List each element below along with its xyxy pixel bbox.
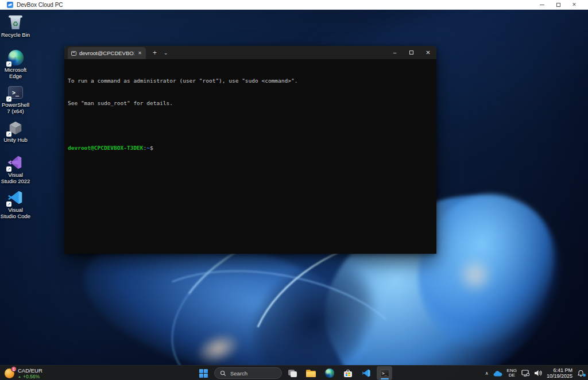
- system-tray: ∧ ENG DE: [485, 366, 585, 380]
- desktop-icon-label: Recycle Bin: [1, 32, 30, 38]
- up-arrow-icon: ▲: [18, 374, 21, 379]
- widget-notification-badge: 1: [11, 366, 17, 372]
- devbox-app-icon: [7, 2, 13, 8]
- notification-bell-icon[interactable]: [577, 370, 585, 377]
- hidden-icons-chevron[interactable]: ∧: [485, 371, 489, 376]
- microsoft-store-icon: [344, 370, 352, 377]
- taskbar-app-microsoft-store[interactable]: [340, 366, 355, 380]
- tab-close-icon[interactable]: ✕: [137, 51, 142, 56]
- connection-minimize-button[interactable]: [534, 0, 550, 10]
- desktop-icon-list: ♻ Recycle Bin ↗ Microsoft Edge >_ ↗ Powe…: [0, 14, 31, 224]
- prompt-user-host: devroot@CPCDEVBOX-T3DEK: [68, 145, 144, 151]
- desktop-icon-visual-studio-2022[interactable]: ↗ Visual Studio 2022: [0, 154, 31, 189]
- desktop-icon-label: Visual Studio Code: [0, 207, 31, 219]
- connection-close-button[interactable]: ✕: [566, 0, 582, 10]
- taskbar-center: Search >_: [196, 366, 392, 380]
- widget-pair-label: CAD/EUR: [18, 367, 42, 374]
- terminal-window-controls: – ✕: [386, 46, 436, 59]
- shortcut-arrow-icon: ↗: [6, 61, 11, 67]
- network-icon[interactable]: [521, 370, 529, 377]
- screen: DevBox Cloud PC ✕ ♻ Recycle Bin ↗ Micros…: [0, 0, 588, 380]
- taskbar-app-task-view[interactable]: [285, 366, 300, 380]
- wallpaper-highlight: [457, 257, 494, 294]
- terminal-line: See "man sudo_root" for details.: [68, 99, 433, 107]
- desktop-icon-label: Unity Hub: [3, 137, 28, 144]
- clock[interactable]: 6:41 PM 10/19/2025: [547, 367, 572, 379]
- minimize-icon: [540, 5, 544, 5]
- desktop-icon-recycle-bin[interactable]: ♻ Recycle Bin: [0, 14, 31, 49]
- tab-dropdown-button[interactable]: ⌄: [164, 50, 168, 56]
- search-icon: [220, 370, 226, 377]
- language-indicator[interactable]: ENG DE: [507, 369, 517, 378]
- connection-bar: DevBox Cloud PC ✕: [0, 0, 588, 10]
- desktop-icon-label: Microsoft Edge: [0, 67, 31, 79]
- taskbar-app-terminal[interactable]: >_: [377, 366, 392, 380]
- prompt-symbol: $: [150, 145, 153, 151]
- terminal-blank-line: [68, 122, 433, 129]
- terminal-minimize-button[interactable]: –: [386, 46, 403, 59]
- widgets-button[interactable]: 1 CAD/EUR ▲+0.56%: [5, 366, 42, 380]
- taskbar: 1 CAD/EUR ▲+0.56% Search: [0, 365, 588, 380]
- widget-finance-icon: 1: [5, 369, 14, 378]
- desktop-icon-microsoft-edge[interactable]: ↗ Microsoft Edge: [0, 49, 31, 84]
- search-box[interactable]: Search: [214, 367, 282, 379]
- connection-maximize-button[interactable]: [550, 0, 566, 10]
- terminal-tab-icon: [71, 51, 76, 56]
- terminal-tab-title: devroot@CPCDEVBOX-T3DEK: [79, 50, 134, 56]
- terminal-window: devroot@CPCDEVBOX-T3DEK ✕ + ⌄ – ✕ To run…: [64, 46, 436, 254]
- taskbar-app-microsoft-edge[interactable]: [322, 366, 337, 380]
- desktop-icon-powershell-7[interactable]: >_ ↗ PowerShell 7 (x64): [0, 84, 31, 119]
- clock-time: 6:41 PM: [553, 367, 572, 374]
- active-app-indicator: [381, 378, 389, 380]
- maximize-icon: [556, 3, 560, 7]
- terminal-output[interactable]: To run a command as administrator (user …: [64, 59, 436, 254]
- widget-change-value: +0.56%: [23, 374, 40, 379]
- start-button[interactable]: [196, 366, 211, 380]
- desktop-icon-label: Visual Studio 2022: [0, 172, 31, 184]
- file-explorer-icon: [306, 370, 316, 377]
- edge-icon: [325, 369, 334, 378]
- terminal-icon: >_: [380, 369, 389, 377]
- shortcut-arrow-icon: ↗: [6, 96, 11, 102]
- shortcut-arrow-icon: ↗: [6, 166, 11, 172]
- notification-badge: [583, 374, 586, 377]
- onedrive-icon[interactable]: [493, 370, 502, 377]
- maximize-icon: [409, 51, 413, 55]
- desktop-icon-label: PowerShell 7 (x64): [0, 102, 31, 114]
- new-tab-button[interactable]: +: [153, 49, 157, 56]
- terminal-close-button[interactable]: ✕: [420, 46, 436, 59]
- connection-title: DevBox Cloud PC: [17, 2, 63, 8]
- terminal-prompt: devroot@CPCDEVBOX-T3DEK:~$: [68, 144, 433, 152]
- volume-icon[interactable]: [534, 370, 542, 377]
- vscode-icon: [362, 369, 371, 378]
- shortcut-arrow-icon: ↗: [6, 131, 11, 137]
- taskbar-app-visual-studio-code[interactable]: [358, 366, 374, 380]
- search-placeholder: Search: [230, 370, 247, 377]
- terminal-maximize-button[interactable]: [403, 46, 420, 59]
- recycle-bin-icon: ♻: [9, 15, 22, 30]
- desktop-icon-unity-hub[interactable]: ↗ Unity Hub: [0, 119, 31, 154]
- desktop-icon-visual-studio-code[interactable]: ↗ Visual Studio Code: [0, 189, 31, 224]
- windows-logo-icon: [199, 369, 208, 378]
- shortcut-arrow-icon: ↗: [6, 201, 11, 207]
- terminal-line: To run a command as administrator (user …: [68, 77, 433, 84]
- taskbar-app-file-explorer[interactable]: [303, 366, 319, 380]
- terminal-titlebar[interactable]: devroot@CPCDEVBOX-T3DEK ✕ + ⌄ – ✕: [64, 46, 436, 59]
- terminal-tab[interactable]: devroot@CPCDEVBOX-T3DEK ✕: [68, 47, 146, 59]
- task-view-icon: [288, 370, 297, 377]
- clock-date: 10/19/2025: [547, 373, 572, 379]
- language-line2: DE: [509, 373, 515, 378]
